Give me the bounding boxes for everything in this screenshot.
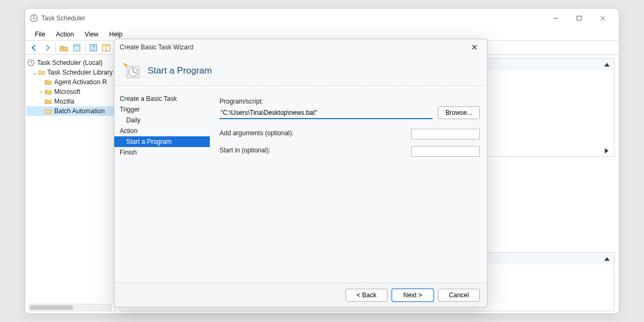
wizard-heading: Start a Program [148, 65, 212, 76]
tree-item-label: Mozilla [54, 98, 74, 105]
nav-action[interactable]: Action [114, 126, 210, 136]
add-arguments-label: Add arguments (optional): [219, 129, 294, 137]
close-button[interactable] [591, 10, 614, 26]
tree-item-label: Batch Automation [54, 107, 105, 115]
start-in-input[interactable] [411, 146, 480, 157]
tree-pane[interactable]: Task Scheduler (Local) ⌄ Task Scheduler … [25, 55, 115, 313]
up-folder-icon[interactable] [58, 42, 70, 54]
collapse-up-icon [604, 257, 610, 261]
svg-line-2 [34, 18, 35, 19]
tree-item-label: Agent Activation R [54, 78, 107, 86]
minimize-button[interactable] [544, 10, 567, 26]
back-icon[interactable] [28, 42, 40, 54]
program-script-input[interactable] [219, 107, 433, 119]
wizard-footer: < Back Next > Cancel [114, 282, 487, 307]
window-title: Task Scheduler [41, 14, 544, 22]
browse-button[interactable]: Browse... [438, 106, 480, 119]
wizard-step-icon [122, 61, 141, 80]
tree-item-label: Microsoft [54, 88, 80, 96]
scrollbar-thumb[interactable] [30, 305, 73, 310]
cancel-button[interactable]: Cancel [438, 289, 480, 302]
add-arguments-input[interactable] [411, 129, 480, 140]
folder-icon [45, 108, 52, 114]
program-script-label: Program/script: [219, 98, 433, 105]
pane-toggle-icon[interactable] [100, 42, 112, 54]
svg-rect-7 [74, 45, 80, 51]
tree-library[interactable]: ⌄ Task Scheduler Library [26, 68, 114, 77]
wizard-close-button[interactable] [467, 41, 482, 54]
start-in-label: Start in (optional): [219, 147, 270, 154]
toolbar-separator [55, 43, 56, 53]
properties-icon[interactable] [71, 42, 83, 54]
wizard-header: Start a Program [114, 55, 487, 85]
menu-help[interactable]: Help [104, 29, 128, 40]
nav-start-a-program[interactable]: Start a Program [114, 136, 210, 147]
tree-root[interactable]: Task Scheduler (Local) [26, 58, 114, 68]
wizard-body: Create a Basic Task Trigger Daily Action… [114, 85, 487, 282]
tree-item[interactable]: Mozilla [26, 97, 114, 106]
tree-item[interactable]: › Microsoft [26, 87, 114, 97]
nav-finish[interactable]: Finish [114, 147, 210, 158]
folder-icon [45, 89, 52, 95]
clock-icon [30, 14, 38, 23]
chevron-right-icon [605, 148, 609, 153]
horizontal-scrollbar[interactable] [28, 304, 112, 311]
nav-create-basic-task[interactable]: Create a Basic Task [114, 93, 210, 104]
toolbar-separator [85, 43, 85, 53]
maximize-button[interactable] [567, 10, 591, 26]
wizard-title: Create Basic Task Wizard [120, 43, 467, 51]
tree-item[interactable]: Agent Activation R [26, 77, 114, 87]
svg-rect-4 [577, 16, 581, 20]
collapse-up-icon [604, 63, 610, 67]
next-button[interactable]: Next > [392, 289, 434, 302]
tree-root-label: Task Scheduler (Local) [37, 59, 103, 67]
titlebar: Task Scheduler [25, 9, 619, 28]
folder-icon [45, 79, 52, 85]
wizard-titlebar: Create Basic Task Wizard [114, 39, 487, 55]
menu-view[interactable]: View [79, 29, 104, 40]
tree-library-label: Task Scheduler Library [47, 69, 113, 76]
svg-text:?: ? [92, 45, 95, 51]
help-icon[interactable]: ? [87, 42, 99, 54]
back-button[interactable]: < Back [346, 289, 387, 302]
svg-line-16 [31, 63, 33, 63]
folder-icon [38, 69, 45, 76]
menu-file[interactable]: File [30, 29, 50, 40]
wizard-form: Program/script: Browse... Add arguments … [210, 86, 487, 282]
create-basic-task-wizard: Create Basic Task Wizard Start a Program… [114, 39, 488, 308]
nav-trigger-daily[interactable]: Daily [114, 115, 210, 126]
nav-trigger[interactable]: Trigger [114, 104, 210, 115]
svg-rect-12 [103, 45, 110, 46]
clock-icon [27, 59, 35, 67]
folder-icon [45, 98, 52, 105]
window-controls [544, 10, 614, 26]
menu-action[interactable]: Action [50, 29, 79, 40]
forward-icon[interactable] [41, 42, 53, 54]
chevron-right-icon[interactable]: › [38, 89, 45, 95]
tree-item-selected[interactable]: Batch Automation [26, 106, 114, 116]
wizard-nav: Create a Basic Task Trigger Daily Action… [114, 86, 210, 282]
chevron-down-icon[interactable]: ⌄ [32, 70, 38, 76]
